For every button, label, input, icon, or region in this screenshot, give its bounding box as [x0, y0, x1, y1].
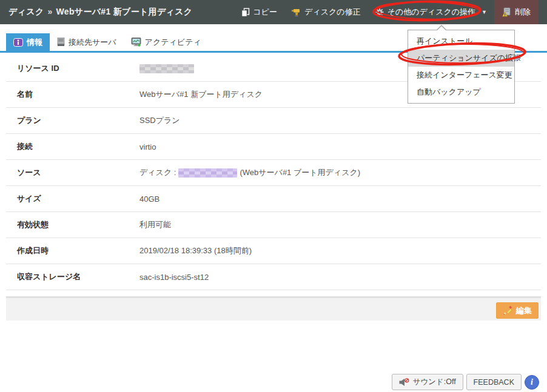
- chevron-down-icon: ▼: [482, 9, 487, 15]
- info-button[interactable]: i: [525, 375, 539, 390]
- pencil-icon: [503, 306, 512, 316]
- breadcrumb-parent[interactable]: ディスク: [8, 7, 44, 16]
- table-row-plan: プラン SSDプラン: [6, 108, 541, 134]
- table-row-size: サイズ 40GB: [6, 186, 541, 212]
- row-label: 作成日時: [6, 245, 139, 256]
- sound-toggle-button[interactable]: サウンド:Off: [392, 374, 463, 390]
- more-disk-operations-button[interactable]: その他のディスクの操作 ▼: [368, 0, 494, 24]
- tab-information[interactable]: 情報: [6, 33, 50, 51]
- speaker-muted-icon: [399, 378, 409, 387]
- breadcrumb-separator: »: [48, 7, 53, 16]
- table-row-created-at: 作成日時 2019/02/18 18:39:33 (18時間前): [6, 238, 541, 264]
- row-label: 収容ストレージ名: [6, 271, 139, 282]
- disk-detail-page: ディスク»Webサーバ#1 新ブート用ディスク コピー ディスクの修正 その他の…: [0, 0, 547, 392]
- redacted-resource-id: [139, 64, 194, 73]
- table-row-availability: 有効状態 利用可能: [6, 212, 541, 238]
- feedback-button-label: FEEDBACK: [474, 378, 514, 387]
- dropdown-caret: [436, 25, 447, 30]
- tab-activity-label: アクティビティ: [145, 37, 201, 48]
- redacted-source-link[interactable]: [178, 168, 237, 178]
- top-bar: ディスク»Webサーバ#1 新ブート用ディスク コピー ディスクの修正 その他の…: [0, 0, 547, 24]
- activity-monitor-icon: [131, 38, 141, 47]
- delete-disk-warning-icon: [502, 7, 511, 17]
- status-bar: サウンド:Off FEEDBACK i: [392, 374, 539, 390]
- sound-toggle-label: サウンド:Off: [413, 377, 456, 387]
- breadcrumb-current: Webサーバ#1 新ブート用ディスク: [56, 7, 193, 16]
- copy-icon: [241, 8, 250, 17]
- table-row-connection: 接続 virtio: [6, 134, 541, 160]
- menu-item-auto-backup[interactable]: 自動バックアップ: [408, 84, 514, 101]
- table-row-storage-name: 収容ストレージ名 sac-is1b-iscsi5-st12: [6, 264, 541, 290]
- row-value: Webサーバ#1 新ブート用ディスク: [139, 89, 263, 100]
- row-value: virtio: [139, 142, 156, 151]
- modify-disk-button[interactable]: ディスクの修正: [284, 0, 368, 24]
- row-value: 利用可能: [139, 219, 171, 230]
- row-value: 2019/02/18 18:39:33 (18時間前): [139, 245, 252, 256]
- feedback-button[interactable]: FEEDBACK: [466, 374, 522, 390]
- row-label: 有効状態: [6, 219, 139, 230]
- edit-button-label: 編集: [516, 305, 532, 316]
- row-label: 名前: [6, 89, 139, 100]
- menu-item-expand-partition-size[interactable]: パーティションサイズの拡張: [408, 50, 514, 67]
- modify-disk-button-label: ディスクの修正: [304, 7, 361, 18]
- footer-action-strip: 編集: [6, 296, 541, 321]
- copy-button[interactable]: コピー: [234, 0, 285, 24]
- info-tab-icon: [13, 38, 23, 47]
- edit-button[interactable]: 編集: [496, 302, 539, 319]
- copy-button-label: コピー: [253, 7, 278, 18]
- row-label: リソース ID: [6, 63, 139, 74]
- row-value: SSDプラン: [139, 115, 180, 126]
- more-disk-operations-label: その他のディスクの操作: [388, 7, 475, 18]
- row-label: ソース: [6, 167, 139, 178]
- breadcrumb: ディスク»Webサーバ#1 新ブート用ディスク: [8, 7, 192, 18]
- source-prefix: ディスク :: [139, 167, 176, 178]
- row-value: ディスク : (Webサーバ#1 ブート用ディスク): [139, 167, 360, 178]
- row-label: サイズ: [6, 193, 139, 204]
- menu-item-reinstall[interactable]: 再インストール: [408, 33, 514, 50]
- tab-connected-server-label: 接続先サーバ: [69, 37, 116, 48]
- tab-information-label: 情報: [27, 37, 42, 48]
- gear-icon: [375, 8, 384, 16]
- info-icon: i: [531, 377, 533, 387]
- row-label: プラン: [6, 115, 139, 126]
- tab-activity[interactable]: アクティビティ: [124, 33, 209, 51]
- table-row-source: ソース ディスク : (Webサーバ#1 ブート用ディスク): [6, 160, 541, 186]
- delete-button-label: 削除: [515, 7, 531, 18]
- server-icon: [57, 38, 65, 47]
- row-value: sac-is1b-iscsi5-st12: [139, 273, 209, 282]
- tab-connected-server[interactable]: 接続先サーバ: [50, 33, 124, 51]
- source-suffix: (Webサーバ#1 ブート用ディスク): [240, 167, 360, 178]
- menu-item-change-interface[interactable]: 接続インターフェース変更: [408, 67, 514, 84]
- row-value: [139, 64, 194, 73]
- topbar-actions: コピー ディスクの修正 その他のディスクの操作 ▼ 削除: [234, 0, 547, 24]
- drill-tool-icon: [292, 8, 301, 17]
- row-value: 40GB: [139, 194, 159, 204]
- disk-operations-dropdown: 再インストール パーティションサイズの拡張 接続インターフェース変更 自動バック…: [408, 30, 515, 104]
- delete-button[interactable]: 削除: [494, 0, 539, 24]
- row-label: 接続: [6, 141, 139, 152]
